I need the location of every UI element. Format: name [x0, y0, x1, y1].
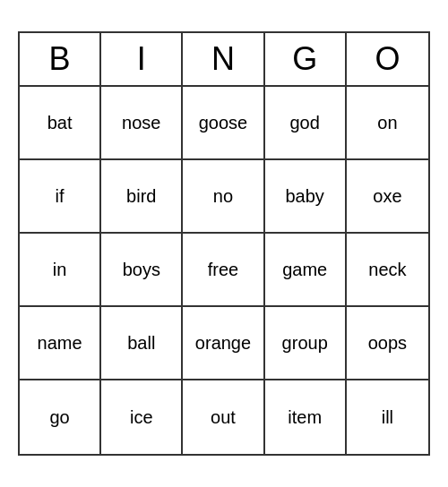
bingo-cell-r4-c4[interactable]: ill: [347, 380, 428, 454]
bingo-card: BINGO batnosegoosegodonifbirdnobabyoxein…: [18, 31, 430, 456]
header-letter-n: N: [183, 33, 264, 85]
bingo-cell-r0-c1[interactable]: nose: [101, 87, 183, 160]
bingo-cell-r3-c1[interactable]: ball: [101, 307, 183, 380]
bingo-cell-r4-c3[interactable]: item: [265, 380, 347, 454]
header-letter-b: B: [20, 33, 101, 85]
bingo-cell-r3-c3[interactable]: group: [265, 307, 347, 380]
bingo-cell-r0-c4[interactable]: on: [347, 87, 428, 160]
bingo-cell-r3-c2[interactable]: orange: [183, 307, 264, 380]
bingo-cell-r2-c2[interactable]: free: [183, 234, 264, 307]
header-letter-g: G: [265, 33, 347, 85]
bingo-grid: batnosegoosegodonifbirdnobabyoxeinboysfr…: [20, 87, 428, 454]
bingo-cell-r2-c4[interactable]: neck: [347, 234, 428, 307]
bingo-cell-r2-c1[interactable]: boys: [101, 234, 183, 307]
bingo-cell-r3-c4[interactable]: oops: [347, 307, 428, 380]
header-letter-i: I: [101, 33, 183, 85]
bingo-header: BINGO: [20, 33, 428, 87]
header-letter-o: O: [347, 33, 428, 85]
bingo-cell-r1-c4[interactable]: oxe: [347, 160, 428, 234]
bingo-cell-r0-c3[interactable]: god: [265, 87, 347, 160]
bingo-cell-r1-c1[interactable]: bird: [101, 160, 183, 234]
bingo-cell-r3-c0[interactable]: name: [20, 307, 101, 380]
bingo-cell-r4-c1[interactable]: ice: [101, 380, 183, 454]
bingo-cell-r2-c3[interactable]: game: [265, 234, 347, 307]
bingo-cell-r0-c2[interactable]: goose: [183, 87, 264, 160]
bingo-cell-r1-c3[interactable]: baby: [265, 160, 347, 234]
bingo-cell-r4-c0[interactable]: go: [20, 380, 101, 454]
bingo-cell-r1-c2[interactable]: no: [183, 160, 264, 234]
bingo-cell-r1-c0[interactable]: if: [20, 160, 101, 234]
bingo-cell-r2-c0[interactable]: in: [20, 234, 101, 307]
bingo-cell-r0-c0[interactable]: bat: [20, 87, 101, 160]
bingo-cell-r4-c2[interactable]: out: [183, 380, 264, 454]
